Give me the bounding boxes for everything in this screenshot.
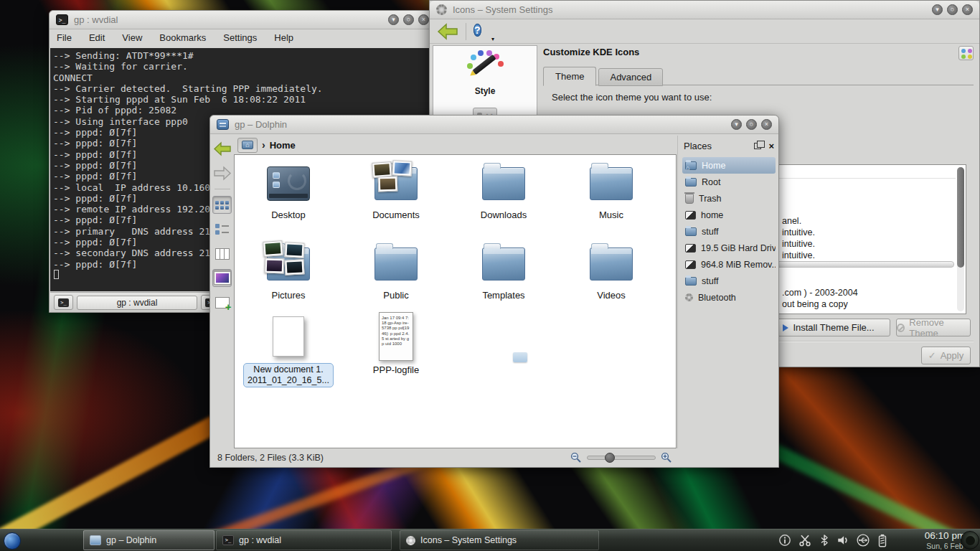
plasma-cashew-icon[interactable]: [961, 531, 979, 550]
place-item-home[interactable]: ⌂ Home: [682, 157, 776, 174]
place-item-bluetooth[interactable]: Bluetooth: [682, 289, 776, 306]
install-theme-button[interactable]: Install Theme File...: [767, 319, 890, 336]
file-label: Music: [557, 209, 665, 220]
taskbar-task-wvdial[interactable]: >_ gp : wvdial: [216, 530, 392, 550]
style-icon: [466, 50, 504, 80]
zoom-out-icon[interactable]: [570, 452, 582, 463]
file-item-ppp-logfile[interactable]: Jan 17 09:4 7:18 gp-Asp ire-5738 pp pd[1…: [342, 311, 450, 375]
terminal-cursor: [54, 270, 59, 279]
columns-view-button[interactable]: [212, 245, 232, 263]
menu-settings[interactable]: Settings: [223, 32, 257, 43]
dolphin-titlebar[interactable]: gp – Dolphin ▾ ○ ×: [210, 116, 778, 134]
scrollbar-thumb[interactable]: [957, 167, 964, 268]
menu-file[interactable]: File: [57, 32, 72, 43]
place-item-stuff[interactable]: stuff: [682, 223, 776, 240]
terminal-line: --> Carrier detected. Starting PPP immed…: [53, 83, 435, 94]
place-item-trash[interactable]: Trash: [682, 190, 776, 207]
file-item-new-document[interactable]: New document 1. 2011_01_20_16_5...: [235, 311, 342, 387]
check-icon: ✓: [928, 350, 936, 361]
breadcrumb-home[interactable]: Home: [270, 140, 296, 151]
terminal-tab[interactable]: gp : wvdial: [77, 296, 197, 310]
apply-button[interactable]: ✓ Apply: [921, 347, 971, 364]
folder-icon: [482, 167, 525, 200]
icon-theme-prompt: Select the icon theme you want to use:: [552, 92, 712, 103]
remove-theme-button[interactable]: Remove Theme: [896, 319, 971, 336]
icons-view-button[interactable]: [212, 196, 232, 214]
zoom-slider[interactable]: [587, 456, 656, 460]
place-item-stuff-2[interactable]: stuff: [682, 273, 776, 289]
zoom-in-icon[interactable]: [661, 452, 672, 463]
dolphin-file-view[interactable]: Desktop Documents Downloads Music: [234, 154, 677, 448]
close-button[interactable]: ×: [761, 119, 772, 130]
overview-grid-button[interactable]: [958, 46, 974, 60]
breadcrumb-home-button[interactable]: ⌂: [237, 138, 258, 153]
zoom-controls: [570, 452, 672, 463]
help-button[interactable]: ? ▾: [473, 22, 492, 41]
app-launcher-button[interactable]: [2, 531, 22, 550]
minimize-button[interactable]: ▾: [932, 4, 943, 15]
close-button[interactable]: ×: [418, 14, 429, 25]
dolphin-toolbar: [210, 137, 234, 450]
preview-toggle-button[interactable]: [212, 269, 232, 287]
volume-tray-icon[interactable]: [837, 534, 849, 547]
forward-button[interactable]: [212, 164, 232, 182]
float-panel-icon[interactable]: [754, 143, 761, 149]
place-item-root[interactable]: Root: [682, 174, 776, 190]
terminal-menubar: File Edit View Bookmarks Settings Help: [50, 29, 435, 45]
battery-tray-icon[interactable]: [877, 534, 888, 547]
bluetooth-tray-icon[interactable]: [819, 534, 830, 547]
new-tab-button[interactable]: >_: [54, 295, 73, 310]
drive-icon: [685, 244, 696, 253]
system-tray: [778, 529, 888, 551]
settings-tabs: Theme Advanced: [543, 67, 665, 86]
terminal-titlebar[interactable]: >_ gp : wvdial ▾ ○ ×: [50, 11, 435, 29]
text-preview-icon: Jan 17 09:4 7:18 gp-Asp ire-5738 pp pd[1…: [379, 312, 413, 361]
menu-bookmarks[interactable]: Bookmarks: [159, 32, 206, 43]
taskbar-task-system-settings[interactable]: Icons – System Settings: [400, 530, 599, 550]
minimize-button[interactable]: ▾: [731, 119, 742, 130]
tab-advanced[interactable]: Advanced: [598, 68, 663, 86]
bluetooth-device-icon: [685, 293, 693, 301]
file-label: PPP-logfile: [342, 364, 450, 375]
close-button[interactable]: ×: [962, 4, 973, 15]
scrollbar[interactable]: [957, 167, 964, 311]
file-label: Public: [342, 290, 450, 301]
place-item-hard-drive[interactable]: 19.5 GiB Hard Drive: [682, 240, 776, 256]
file-item-downloads[interactable]: Downloads: [450, 161, 557, 220]
device-notifier-usb-icon[interactable]: [856, 534, 870, 547]
file-item-music[interactable]: Music: [557, 161, 665, 220]
place-item-removable[interactable]: 964.8 MiB Remov...: [682, 256, 776, 273]
maximize-button[interactable]: ○: [947, 4, 958, 15]
sidebar-item-style[interactable]: Style: [433, 46, 537, 96]
menu-view[interactable]: View: [122, 32, 142, 43]
back-button[interactable]: [212, 140, 232, 158]
folder-icon: [685, 277, 697, 286]
minimize-button[interactable]: ▾: [388, 14, 399, 25]
settings-titlebar[interactable]: Icons – System Settings ▾ ○ ×: [430, 1, 979, 19]
menu-edit[interactable]: Edit: [89, 32, 105, 43]
drag-thumbnail-artifact: [513, 352, 527, 362]
zoom-slider-handle[interactable]: [605, 453, 615, 463]
info-tray-icon[interactable]: [778, 534, 791, 547]
back-arrow-icon[interactable]: [437, 23, 458, 40]
file-item-templates[interactable]: Templates: [450, 241, 557, 301]
close-panel-icon[interactable]: ×: [768, 143, 774, 150]
file-item-videos[interactable]: Videos: [557, 241, 665, 301]
taskbar-task-dolphin[interactable]: gp – Dolphin: [83, 530, 215, 550]
maximize-button[interactable]: ○: [403, 14, 414, 25]
details-view-button[interactable]: [212, 220, 232, 238]
maximize-button[interactable]: ○: [746, 119, 757, 130]
selected-file-label: New document 1. 2011_01_20_16_5...: [243, 363, 334, 387]
desktop: >_ gp : wvdial ▾ ○ × File Edit View Book…: [0, 0, 980, 551]
klipper-scissors-icon[interactable]: [798, 534, 812, 547]
file-item-documents[interactable]: Documents: [342, 161, 450, 220]
file-item-desktop[interactable]: Desktop: [235, 161, 342, 220]
file-item-pictures[interactable]: Pictures: [235, 241, 342, 301]
split-view-button[interactable]: [212, 293, 232, 311]
place-item-home-partition[interactable]: home: [682, 207, 776, 223]
tab-theme[interactable]: Theme: [543, 67, 596, 86]
menu-help[interactable]: Help: [274, 32, 293, 43]
desktop-folder-icon: [267, 166, 310, 201]
dolphin-statusbar: 8 Folders, 2 Files (3.3 KiB): [210, 448, 778, 467]
file-item-public[interactable]: Public: [342, 241, 450, 301]
